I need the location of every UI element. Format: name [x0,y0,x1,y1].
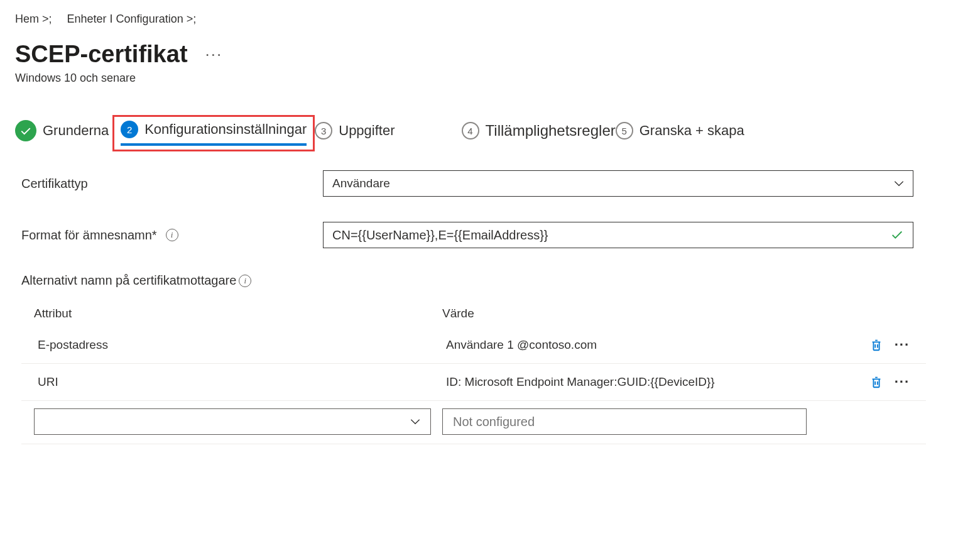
chevron-down-icon [894,180,904,187]
san-attr: E-postadress [38,338,446,352]
san-attr: URI [38,375,446,389]
wizard-step-tasks[interactable]: 3 Uppgifter [315,122,395,145]
subject-name-format-value: CN={{UserName}},E={{EmailAddress}} [332,228,548,243]
checkmark-icon [15,120,36,141]
cert-type-value: Användare [332,177,390,190]
wizard-step-config[interactable]: 2 Konfigurationsinställningar [121,121,307,146]
col-value: Värde [442,307,913,320]
step-label: Tillämplighetsregler [486,122,616,139]
subject-name-format-label: Format för ämnesnamn* i [21,228,323,243]
step-label: Konfigurationsinställningar [144,121,307,138]
more-actions-icon[interactable]: ··· [205,45,223,64]
table-row: E-postadress Användare 1 @contoso.com ··… [21,327,926,364]
step-number-badge: 3 [315,122,332,139]
col-attribute: Attribut [34,307,442,320]
san-add-value-input[interactable] [442,408,807,435]
page-subtitle: Windows 10 och senare [15,72,965,85]
chevron-down-icon [410,418,420,425]
subject-name-format-input[interactable]: CN={{UserName}},E={{EmailAddress}} [323,222,913,248]
step-label: Uppgifter [339,123,395,139]
san-add-attribute-select[interactable] [34,408,431,435]
cert-type-label: Certifikattyp [21,177,323,191]
step-label: Grunderna [43,123,109,139]
breadcrumb-devices[interactable]: Enheter I Configuration >; [67,13,197,25]
table-row: URI ID: Microsoft Endpoint Manager:GUID:… [21,364,926,401]
info-icon[interactable]: i [239,275,251,287]
checkmark-icon [890,228,904,242]
page-title: SCEP-certifikat [15,41,188,68]
row-more-icon[interactable]: ··· [895,337,910,353]
label-text: Alternativt namn på certifikatmottagare [21,273,236,288]
label-text: Format för ämnesnamn* [21,228,157,243]
breadcrumb: Hem >; Enheter I Configuration >; [15,13,965,26]
trash-icon[interactable] [869,337,883,353]
san-val: ID: Microsoft Endpoint Manager:GUID:{{De… [446,375,841,389]
wizard-steps: Grunderna 2 Konfigurationsinställningar … [15,115,965,151]
san-val: Användare 1 @contoso.com [446,338,841,352]
table-header: Attribut Värde [21,300,926,327]
wizard-step-applicability[interactable]: 4 Tillämplighetsregler [462,122,616,145]
trash-icon[interactable] [869,374,883,390]
step-number-badge: 2 [121,121,138,138]
step-number-badge: 5 [616,122,633,139]
row-more-icon[interactable]: ··· [895,374,910,390]
wizard-step-review[interactable]: 5 Granska + skapa [616,122,744,145]
cert-type-select[interactable]: Användare [323,170,913,197]
san-section-label: Alternativt namn på certifikatmottagare … [21,273,965,288]
highlight-annotation: 2 Konfigurationsinställningar [112,115,315,151]
step-label: Granska + skapa [640,123,744,139]
info-icon[interactable]: i [166,229,178,241]
san-table: Attribut Värde E-postadress Användare 1 … [21,300,926,444]
step-number-badge: 4 [462,122,479,139]
breadcrumb-home[interactable]: Hem >; [15,13,52,25]
san-add-row [21,401,926,444]
wizard-step-basics[interactable]: Grunderna [15,120,109,146]
